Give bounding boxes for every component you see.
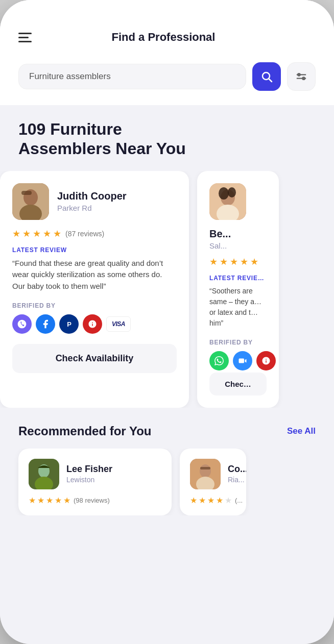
pro-location-second: Sal... xyxy=(209,241,267,250)
badge-whatsapp xyxy=(209,351,229,370)
search-input-value: Furniture assemblers xyxy=(29,71,111,82)
verified-label-judith: BERIFIED BY xyxy=(12,302,177,309)
svg-point-16 xyxy=(228,187,236,197)
see-all-link[interactable]: See All xyxy=(287,426,316,436)
search-button[interactable] xyxy=(252,62,281,91)
header: Find a Professional xyxy=(0,0,334,56)
badge-viber xyxy=(12,314,32,334)
rec-star-4: ★ xyxy=(55,496,62,505)
hamburger-menu-icon[interactable] xyxy=(18,33,32,42)
rec-star-c1: ★ xyxy=(190,496,197,505)
rec-stars-co: ★ ★ ★ ★ ★ (... xyxy=(190,496,236,505)
rec-star-c2: ★ xyxy=(199,496,206,505)
verified-section-judith: BERIFIED BY P xyxy=(12,302,177,334)
badge-paypal: P xyxy=(59,314,79,334)
svg-point-0 xyxy=(263,72,270,80)
results-line2: Assemblers Near You xyxy=(18,139,186,158)
pro-info-judith: Judith Cooper Parker Rd xyxy=(57,190,127,212)
check-availability-button-second[interactable]: Chec… xyxy=(209,373,267,395)
rec-reviews-co: (... xyxy=(235,497,243,504)
svg-point-3 xyxy=(302,77,305,80)
rec-info-lee: Lee Fisher Lewiston xyxy=(66,464,112,484)
rec-star-5: ★ xyxy=(63,496,70,505)
star-3: ★ xyxy=(33,228,41,239)
rec-star-2: ★ xyxy=(37,496,44,505)
star-s5: ★ xyxy=(250,256,258,267)
reviews-count-judith: (87 reviews) xyxy=(65,230,104,238)
card-header-second xyxy=(209,183,267,220)
results-line1: 109 Furniture xyxy=(18,120,122,138)
screen: Find a Professional Furniture assemblers xyxy=(0,0,334,644)
star-s2: ★ xyxy=(220,256,228,267)
verified-label-second: BERIFIED BY xyxy=(209,339,267,346)
rec-info-co: Co... Ria... xyxy=(228,464,246,484)
rec-star-c4: ★ xyxy=(216,496,223,505)
rec-name-co: Co... xyxy=(228,464,246,475)
phone-frame: Find a Professional Furniture assemblers xyxy=(0,0,334,644)
badge-yelp-second xyxy=(256,351,276,370)
badge-visa: VISA xyxy=(106,316,131,332)
avatar-second xyxy=(209,183,246,220)
rec-star-3: ★ xyxy=(46,496,53,505)
rec-card-co: Co... Ria... ★ ★ ★ ★ ★ (... xyxy=(180,449,246,515)
main-content: 109 Furniture Assemblers Near You xyxy=(0,105,334,159)
rec-card-lee: Lee Fisher Lewiston ★ ★ ★ ★ ★ (98 review… xyxy=(18,449,172,515)
rec-reviews-lee: (98 reviews) xyxy=(74,497,110,504)
latest-review-label-judith: LATEST REVIEW xyxy=(12,246,177,254)
pro-location-judith: Parker Rd xyxy=(57,204,127,212)
badge-zoom xyxy=(233,351,252,370)
rec-stars-lee: ★ ★ ★ ★ ★ (98 reviews) xyxy=(29,496,161,505)
review-text-judith: “Found that these are great quality and … xyxy=(12,258,177,292)
badges-row-second xyxy=(209,351,267,370)
svg-rect-11 xyxy=(21,191,32,195)
professionals-scroll: Judith Cooper Parker Rd ★ ★ ★ ★ ★ (87 re… xyxy=(0,171,334,408)
star-1: ★ xyxy=(12,228,20,239)
recommended-header: Recommended for You See All xyxy=(18,424,316,438)
latest-review-label-second: LATEST REVIE… xyxy=(209,275,267,282)
rec-location-co: Ria... xyxy=(228,476,246,484)
recommended-title: Recommended for You xyxy=(18,424,151,438)
rec-name-lee: Lee Fisher xyxy=(66,464,112,475)
recommended-cards-scroll: Lee Fisher Lewiston ★ ★ ★ ★ ★ (98 review… xyxy=(0,449,334,515)
star-s4: ★ xyxy=(240,256,248,267)
results-heading: 109 Furniture Assemblers Near You xyxy=(18,119,316,159)
rec-card-header-co: Co... Ria... xyxy=(190,459,236,489)
svg-point-21 xyxy=(200,464,211,478)
badges-row-judith: P VISA xyxy=(12,314,177,334)
filter-button[interactable] xyxy=(287,62,316,91)
recommended-section: Recommended for You See All xyxy=(0,408,334,515)
rec-star-c5: ★ xyxy=(225,496,232,505)
pro-name-second: Be... xyxy=(209,228,267,240)
search-section: Furniture assemblers xyxy=(0,56,334,105)
star-s3: ★ xyxy=(230,256,238,267)
star-s1: ★ xyxy=(209,256,218,267)
pro-name-judith: Judith Cooper xyxy=(57,190,127,202)
star-4: ★ xyxy=(43,228,51,239)
rec-star-1: ★ xyxy=(29,496,36,505)
badge-facebook xyxy=(36,314,55,334)
svg-line-1 xyxy=(269,79,272,82)
rec-card-header-lee: Lee Fisher Lewiston xyxy=(29,459,161,489)
svg-point-2 xyxy=(298,73,300,76)
stars-row-second: ★ ★ ★ ★ ★ xyxy=(209,256,267,267)
star-2: ★ xyxy=(22,228,31,239)
review-text-second: “Soothers are same – they a… or latex an… xyxy=(209,286,267,329)
search-bar[interactable]: Furniture assemblers xyxy=(18,64,246,89)
star-5: ★ xyxy=(53,228,61,239)
svg-rect-23 xyxy=(200,467,210,469)
check-availability-button-judith[interactable]: Check Availability xyxy=(12,344,177,373)
avatar-co xyxy=(190,459,221,489)
pro-card-second: Be... Sal... ★ ★ ★ ★ ★ LATEST REVIE… “So… xyxy=(197,171,279,408)
avatar-judith xyxy=(12,183,49,220)
badge-yelp xyxy=(83,314,102,334)
avatar-lee xyxy=(29,459,59,489)
rec-location-lee: Lewiston xyxy=(66,476,112,484)
card-header-judith: Judith Cooper Parker Rd xyxy=(12,183,177,220)
svg-point-15 xyxy=(219,187,229,200)
stars-row-judith: ★ ★ ★ ★ ★ (87 reviews) xyxy=(12,228,177,239)
page-title: Find a Professional xyxy=(112,31,216,44)
pro-card-judith: Judith Cooper Parker Rd ★ ★ ★ ★ ★ (87 re… xyxy=(0,171,189,408)
rec-star-c3: ★ xyxy=(207,496,214,505)
